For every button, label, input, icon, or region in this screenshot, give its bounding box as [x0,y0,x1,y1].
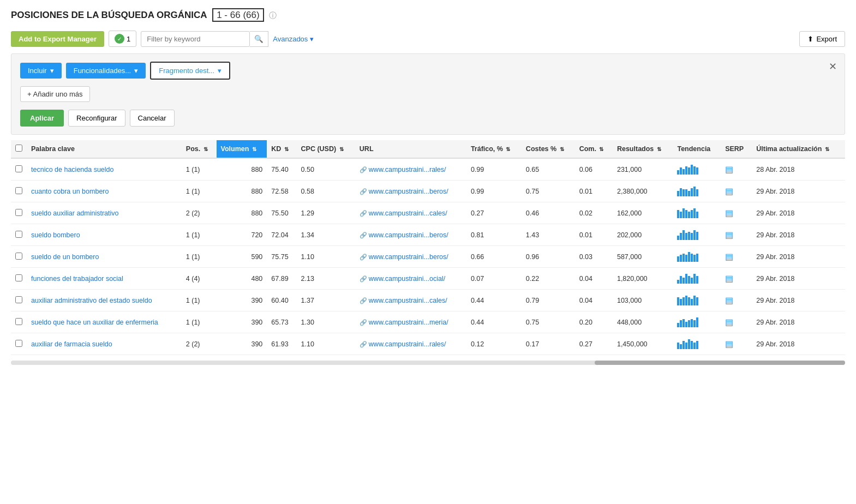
scrollbar-track[interactable] [11,361,845,365]
keyword-link[interactable]: sueldo auxiliar administrativo [31,209,119,217]
url-link[interactable]: www.campustraini...meria/ [369,319,448,326]
keyword-link[interactable]: funciones del trabajador social [31,275,123,283]
row-checkbox[interactable] [15,231,22,238]
table-wrapper: Palabra clave Pos. ⇅ Volumen ⇅ KD ⇅ CPC … [11,140,845,355]
row-checkbox[interactable] [15,340,22,347]
scrollbar-area [0,361,856,366]
url-link[interactable]: www.campustraini...ocial/ [369,275,445,283]
export-button[interactable]: ⬆ Export [799,31,845,47]
trend-cell [673,224,721,246]
reconfig-button[interactable]: Reconfigurar [68,110,125,127]
avanzados-button[interactable]: Avanzados ▾ [273,35,314,43]
trend-bar-segment [693,208,696,218]
check-button[interactable]: ✓ 1 [109,31,136,47]
costs-col-header[interactable]: Costes % ⇅ [522,140,575,158]
add-more-button[interactable]: + Añadir uno más [20,86,90,102]
kd-cell: 61.93 [267,333,296,355]
cpc-cell: 1.37 [297,290,355,311]
trend-bar-segment [683,278,685,284]
trend-bar-segment [680,344,682,349]
traffic-col-header[interactable]: Tráfico, % ⇅ [466,140,522,158]
url-link[interactable]: www.campustraini...cales/ [369,297,447,304]
sort-icon: ⇅ [252,146,256,152]
com-cell: 0.04 [575,290,613,311]
filter-close-button[interactable]: ✕ [829,61,837,73]
row-checkbox[interactable] [15,187,22,194]
volume-cell: 880 [217,202,267,224]
select-all-checkbox[interactable] [15,145,22,152]
updated-col-header[interactable]: Última actualización ⇅ [752,140,845,158]
pos-cell: 1 (1) [182,246,217,268]
trend-cell [673,290,721,311]
volume-col-header[interactable]: Volumen ⇅ [217,140,267,158]
volume-cell: 880 [217,158,267,181]
row-checkbox[interactable] [15,253,22,260]
trend-bar-segment [691,188,693,196]
results-col-header[interactable]: Resultados ⇅ [613,140,673,158]
serp-icon[interactable]: ▤ [725,339,733,349]
url-cell: 🔗www.campustraini...cales/ [355,290,466,311]
url-link[interactable]: www.campustraini...cales/ [369,209,447,217]
serp-icon[interactable]: ▤ [725,317,733,327]
include-dropdown[interactable]: Incluir ▾ [20,63,62,79]
trend-cell [673,246,721,268]
url-link[interactable]: www.campustraini...rales/ [369,166,446,173]
filter-search-button[interactable]: 🔍 [250,31,268,47]
search-input[interactable] [141,31,250,47]
row-checkbox[interactable] [15,274,22,281]
keyword-link[interactable]: auxiliar de farmacia sueldo [31,340,112,348]
row-checkbox[interactable] [15,318,22,325]
updated-cell: 29 Abr. 2018 [752,333,845,355]
volume-cell: 390 [217,311,267,333]
kd-col-header[interactable]: KD ⇅ [267,140,296,158]
serp-icon[interactable]: ▤ [725,230,733,239]
keyword-link[interactable]: cuanto cobra un bombero [31,188,109,195]
url-link[interactable]: www.campustraini...beros/ [369,231,448,239]
updated-cell: 28 Abr. 2018 [752,158,845,181]
keyword-link[interactable]: sueldo bombero [31,231,80,239]
keyword-cell: sueldo de un bombero [27,246,182,268]
funcionalidades-dropdown[interactable]: Funcionalidades... ▾ [66,63,146,79]
trend-bar [677,315,698,327]
row-checkbox[interactable] [15,296,22,303]
scrollbar-thumb[interactable] [595,361,845,365]
info-icon[interactable]: ⓘ [269,11,277,21]
url-link[interactable]: www.campustraini...beros/ [369,188,448,195]
keyword-link[interactable]: tecnico de hacienda sueldo [31,166,114,173]
serp-icon[interactable]: ▤ [725,208,733,218]
fragmento-dropdown[interactable]: Fragmento dest... ▾ [150,62,230,80]
keyword-cell: funciones del trabajador social [27,268,182,290]
row-check-cell [11,290,27,311]
row-check-cell [11,181,27,202]
pos-col-header[interactable]: Pos. ⇅ [182,140,217,158]
pos-cell: 1 (1) [182,290,217,311]
com-col-header[interactable]: Com. ⇅ [575,140,613,158]
trend-bar-segment [680,212,682,218]
serp-icon[interactable]: ▤ [725,187,733,196]
serp-icon[interactable]: ▤ [725,274,733,283]
url-cell: 🔗www.campustraini...beros/ [355,246,466,268]
trend-bar-segment [693,230,696,240]
serp-icon[interactable]: ▤ [725,252,733,261]
row-checkbox[interactable] [15,165,22,172]
serp-icon[interactable]: ▤ [725,165,733,174]
url-link[interactable]: www.campustraini...rales/ [369,340,446,348]
updated-cell: 29 Abr. 2018 [752,246,845,268]
kd-cell: 72.58 [267,181,296,202]
keyword-link[interactable]: sueldo de un bombero [31,253,99,261]
trend-bar-segment [685,296,687,305]
costs-cell: 0.79 [522,290,575,311]
cancel-button[interactable]: Cancelar [130,110,175,127]
apply-button[interactable]: Aplicar [20,110,64,127]
keyword-link[interactable]: sueldo que hace un auxiliar de enfermeri… [31,319,158,326]
trend-bar-segment [696,341,698,349]
serp-icon[interactable]: ▤ [725,296,733,305]
url-link[interactable]: www.campustraini...beros/ [369,253,448,261]
trend-bar-segment [688,297,690,305]
keyword-link[interactable]: auxiliar administrativo del estado sueld… [31,297,152,304]
export-manager-button[interactable]: Add to Export Manager [11,31,104,47]
results-cell: 2,380,000 [613,181,673,202]
table-row: funciones del trabajador social4 (4)4806… [11,268,845,290]
cpc-col-header[interactable]: CPC (USD) ⇅ [297,140,355,158]
row-checkbox[interactable] [15,209,22,216]
